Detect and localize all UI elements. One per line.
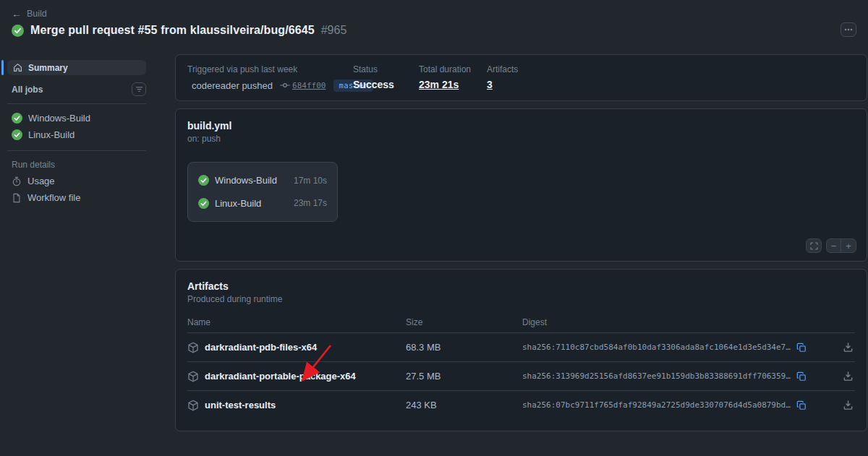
- package-icon: [187, 342, 199, 353]
- success-check-icon: [12, 113, 22, 124]
- table-header: Name Size Digest: [187, 312, 855, 332]
- fullscreen-button[interactable]: [806, 238, 822, 253]
- copy-icon: [796, 343, 807, 353]
- artifacts-subtitle: Produced during runtime: [187, 294, 855, 304]
- artifacts-title: Artifacts: [187, 280, 855, 292]
- copy-digest-button[interactable]: [796, 400, 807, 410]
- graph-zoom-controls: − +: [806, 238, 856, 253]
- fullscreen-icon: [810, 242, 818, 250]
- artifacts-count-value[interactable]: 3: [487, 79, 518, 90]
- sidebar-item-summary[interactable]: Summary: [7, 60, 146, 75]
- artifact-row: darkradiant-portable-package-x64 27.5 MB…: [187, 361, 855, 390]
- copy-icon: [796, 400, 807, 410]
- copy-digest-button[interactable]: [796, 371, 807, 382]
- workflow-graph-card: build.yml on: push Windows-Build 17m 10s: [175, 108, 867, 262]
- duration-value: 23m 21s: [419, 79, 487, 90]
- graph-job-duration: 23m 17s: [294, 198, 327, 208]
- artifact-name-link[interactable]: darkradiant-portable-package-x64: [187, 371, 406, 382]
- graph-job-name: Linux-Build: [215, 198, 261, 209]
- duration-label: Total duration: [419, 64, 487, 74]
- artifact-digest: sha256:313969d25156afd8637ee91b159db3b83…: [522, 371, 791, 381]
- graph-job-linux-build[interactable]: Linux-Build 23m 17s: [197, 197, 328, 210]
- sidebar-divider: [7, 150, 146, 151]
- artifact-name: unit-test-results: [205, 400, 276, 410]
- download-artifact-button[interactable]: [841, 369, 855, 383]
- sidebar-job-windows-build[interactable]: Windows-Build: [7, 110, 146, 126]
- run-number: #965: [321, 24, 347, 37]
- graph-job-name: Windows-Build: [215, 175, 277, 186]
- trigger-detail: codereader pushed 684ff00 master: [187, 79, 353, 92]
- artifact-digest-cell: sha256:07bc9711f765dfaf92849a2725d9de330…: [522, 400, 829, 410]
- graph-job-windows-build[interactable]: Windows-Build 17m 10s: [197, 173, 328, 187]
- filter-jobs-button[interactable]: [132, 82, 146, 96]
- artifact-name-link[interactable]: darkradiant-pdb-files-x64: [187, 342, 406, 353]
- run-menu-button[interactable]: [841, 22, 856, 37]
- artifact-name: darkradiant-portable-package-x64: [205, 371, 356, 382]
- artifact-row: unit-test-results 243 KB sha256:07bc9711…: [187, 390, 855, 419]
- kebab-horizontal-icon: [844, 28, 853, 31]
- breadcrumb-label: Build: [27, 9, 47, 19]
- filter-icon: [135, 85, 143, 93]
- workflow-trigger: on: push: [187, 134, 855, 144]
- all-jobs-row: All jobs: [12, 82, 146, 96]
- zoom-button-group: − +: [826, 238, 856, 253]
- job-group-box: Windows-Build 17m 10s Linux-Build 23m 17…: [187, 162, 338, 222]
- artifacts-card: Artifacts Produced during runtime Name S…: [175, 269, 867, 431]
- column-header-digest: Digest: [522, 317, 829, 327]
- workflow-filename: build.yml: [187, 120, 855, 132]
- sidebar-item-workflow-file[interactable]: Workflow file: [7, 189, 146, 206]
- artifacts-count-label: Artifacts: [487, 64, 518, 74]
- artifact-digest: sha256:7110c87cbd584af0b10daf3306ada8afc…: [522, 343, 791, 352]
- column-header-size: Size: [406, 317, 522, 327]
- success-check-icon: [198, 198, 209, 209]
- home-icon: [13, 63, 22, 72]
- run-summary-card: Triggered via push last week codereader …: [175, 54, 867, 101]
- trigger-label: Triggered via push last week: [187, 64, 353, 74]
- artifact-size: 27.5 MB: [406, 371, 522, 382]
- success-check-icon: [198, 175, 209, 186]
- sidebar-item-usage[interactable]: Usage: [7, 173, 146, 189]
- artifact-size: 68.3 MB: [406, 342, 522, 353]
- back-arrow-icon: ←: [12, 9, 22, 19]
- breadcrumb[interactable]: ← Build: [12, 9, 47, 19]
- active-item-accent-bar: [1, 60, 4, 75]
- stopwatch-icon: [12, 176, 22, 186]
- page-title: Merge pull request #55 from klaussilveir…: [30, 24, 315, 37]
- page-header: ← Build Merge pull request #55 from klau…: [0, 0, 868, 48]
- zoom-out-button[interactable]: −: [827, 239, 841, 252]
- status-column: Status Success: [353, 64, 419, 100]
- package-icon: [187, 400, 199, 411]
- artifact-digest-cell: sha256:7110c87cbd584af0b10daf3306ada8afc…: [522, 343, 829, 353]
- commit-sha: 684ff00: [292, 81, 326, 90]
- download-artifact-button[interactable]: [841, 340, 855, 354]
- job-label: Linux-Build: [28, 129, 75, 140]
- status-label: Status: [353, 64, 419, 74]
- sidebar: Summary All jobs Windows-Build: [0, 54, 153, 206]
- usage-label: Usage: [27, 176, 55, 186]
- download-icon: [843, 342, 854, 353]
- duration-column: Total duration 23m 21s: [419, 64, 487, 100]
- artifact-name-link[interactable]: unit-test-results: [187, 400, 406, 411]
- artifact-row: darkradiant-pdb-files-x64 68.3 MB sha256…: [187, 332, 855, 361]
- sidebar-job-linux-build[interactable]: Linux-Build: [7, 126, 146, 143]
- workflow-run-page: ← Build Merge pull request #55 from klau…: [0, 0, 868, 456]
- download-icon: [843, 400, 854, 410]
- success-check-icon: [12, 129, 22, 140]
- all-jobs-label: All jobs: [12, 85, 43, 95]
- graph-job-duration: 17m 10s: [294, 176, 327, 186]
- artifact-digest: sha256:07bc9711f765dfaf92849a2725d9de330…: [522, 400, 791, 410]
- trigger-column: Triggered via push last week codereader …: [187, 64, 353, 100]
- job-label: Windows-Build: [28, 113, 90, 124]
- download-artifact-button[interactable]: [841, 398, 855, 412]
- package-icon: [187, 371, 199, 382]
- copy-icon: [796, 371, 807, 382]
- success-check-icon: [12, 25, 24, 37]
- commit-icon: [280, 80, 290, 90]
- workflow-file-icon: [12, 193, 22, 203]
- actor-pushed-text: codereader pushed: [192, 80, 273, 91]
- copy-digest-button[interactable]: [796, 343, 807, 353]
- artifact-digest-cell: sha256:313969d25156afd8637ee91b159db3b83…: [522, 371, 829, 382]
- zoom-in-button[interactable]: +: [841, 239, 856, 252]
- artifacts-table: Name Size Digest darkradiant-pdb-files-x…: [187, 312, 855, 419]
- commit-link[interactable]: 684ff00: [280, 80, 326, 90]
